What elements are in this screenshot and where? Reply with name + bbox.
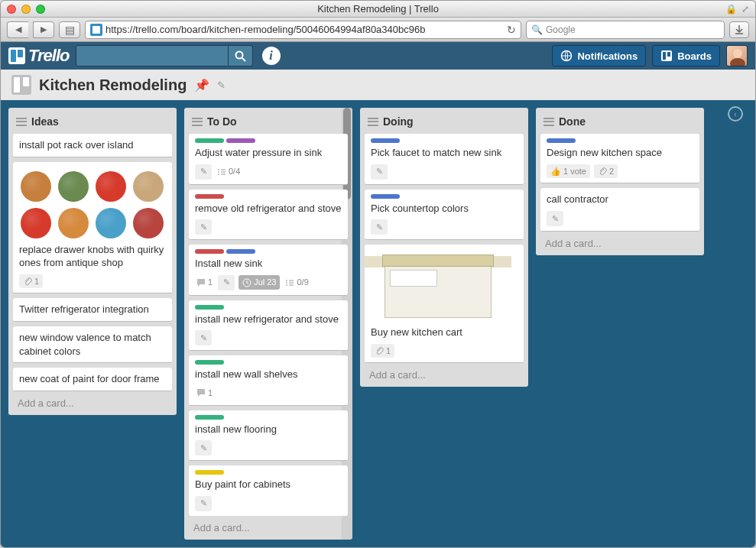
attachments-badge: 1 <box>19 274 43 289</box>
list-menu-icon <box>16 118 27 126</box>
description-badge: ✎ <box>371 219 388 235</box>
card-title: install new refrigerator and stove <box>195 313 342 326</box>
trello-logo-icon <box>8 47 25 64</box>
add-card-button[interactable]: Add a card... <box>540 232 699 251</box>
label-blue <box>371 138 400 143</box>
card[interactable]: Twitter refrigerator integration <box>13 298 172 322</box>
back-button[interactable]: ◀ <box>7 21 28 38</box>
cards-container: Design new kitchen space👍1 vote2call con… <box>540 134 699 232</box>
description-badge: ✎ <box>195 496 212 511</box>
zoom-window-button[interactable] <box>36 5 45 14</box>
close-window-button[interactable] <box>7 5 16 14</box>
browser-search[interactable]: 🔍 Google <box>526 21 725 39</box>
card[interactable]: install new wall shelves1 <box>189 355 348 405</box>
minimize-window-button[interactable] <box>21 5 31 14</box>
card-badges: 1✎Jul 230/9 <box>195 275 342 290</box>
svg-rect-3 <box>663 52 666 60</box>
list: DoneDesign new kitchen space👍1 vote2call… <box>536 108 704 255</box>
card-badges: ✎0/4 <box>195 164 342 180</box>
browser-toolbar: ◀ ▶ ▤ https://trello.com/board/kitchen-r… <box>1 18 755 42</box>
card[interactable]: Buy new kitchen cart1 <box>365 245 524 363</box>
label-red <box>195 249 224 254</box>
window-controls <box>7 5 45 14</box>
checklist-badge: 0/9 <box>284 275 310 290</box>
label-green <box>195 415 224 420</box>
card-labels <box>371 194 518 199</box>
board-canvas[interactable]: Ideasinstall pot rack over islandreplace… <box>1 100 755 547</box>
card-title: Adjust water pressure in sink <box>195 146 342 160</box>
card-badges: ✎ <box>371 219 518 235</box>
add-card-button[interactable]: Add a card... <box>365 363 524 382</box>
card[interactable]: install new flooring✎ <box>189 410 348 462</box>
forward-button[interactable]: ▶ <box>33 21 54 38</box>
search-placeholder: Google <box>546 24 576 35</box>
notifications-button[interactable]: Notifications <box>552 45 646 66</box>
card-title: remove old refrigerator and stove <box>195 202 342 216</box>
bookmarks-button[interactable]: ▤ <box>59 21 80 38</box>
due-date-badge: Jul 23 <box>238 275 280 290</box>
card[interactable]: Adjust water pressure in sink✎0/4 <box>189 134 348 185</box>
label-green <box>195 360 224 365</box>
list-header[interactable]: To Do <box>189 112 348 134</box>
list-header[interactable]: Done <box>540 112 699 134</box>
sidebar-toggle-button[interactable]: ‹ <box>728 106 743 122</box>
card[interactable]: new coat of paint for door frame <box>13 368 172 391</box>
card[interactable]: install new refrigerator and stove✎ <box>189 300 348 352</box>
user-avatar[interactable] <box>726 45 748 66</box>
card[interactable]: call contractor✎ <box>540 188 699 232</box>
svg-point-0 <box>235 51 242 58</box>
lock-icon: 🔒 <box>725 4 737 15</box>
trello-logo[interactable]: Trello <box>8 46 70 66</box>
list: DoingPick faucet to match new sink✎Pick … <box>360 108 528 387</box>
list-title: Done <box>559 115 586 128</box>
card[interactable]: Install new sink1✎Jul 230/9 <box>189 245 348 296</box>
downloads-button[interactable] <box>729 21 749 38</box>
url-bar[interactable]: https://trello.com/board/kitchen-remodel… <box>85 21 521 39</box>
card[interactable]: Pick faucet to match new sink✎ <box>365 134 524 185</box>
card[interactable]: Buy paint for cabinets✎ <box>189 465 348 516</box>
cards-container: install pot rack over islandreplace draw… <box>13 134 172 391</box>
expand-icon: ⤢ <box>741 4 749 15</box>
card[interactable]: replace drawer knobs with quirky ones fr… <box>13 162 172 294</box>
card[interactable]: new window valence to match cabinet colo… <box>13 326 172 363</box>
search-button[interactable] <box>229 45 253 66</box>
add-card-button[interactable]: Add a card... <box>189 516 348 535</box>
card-badges: ✎ <box>195 496 342 511</box>
description-badge: ✎ <box>547 211 563 226</box>
card-title: new coat of paint for door frame <box>19 372 166 386</box>
knob-icon <box>133 171 164 202</box>
board-icon <box>11 75 31 95</box>
reload-button[interactable]: ↻ <box>507 24 516 36</box>
card-cover-image <box>19 167 166 243</box>
label-purple <box>226 138 255 143</box>
header-search <box>76 45 253 66</box>
card-title: Design new kitchen space <box>547 146 693 160</box>
list-header[interactable]: Doing <box>365 112 524 134</box>
board-title[interactable]: Kitchen Remodeling <box>39 76 187 94</box>
card-cover-image <box>365 245 511 321</box>
knob-icon <box>21 171 51 202</box>
search-input[interactable] <box>76 45 229 66</box>
card-labels <box>371 138 518 143</box>
info-button[interactable]: i <box>262 47 281 65</box>
card-title: Buy new kitchen cart <box>371 326 518 339</box>
card[interactable]: Design new kitchen space👍1 vote2 <box>540 134 699 183</box>
boards-label: Boards <box>677 50 712 62</box>
card-labels <box>195 305 342 310</box>
card[interactable]: remove old refrigerator and stove✎ <box>189 190 348 241</box>
list-header[interactable]: Ideas <box>13 112 172 134</box>
card-badges: ✎ <box>371 164 518 180</box>
label-blue <box>371 194 400 199</box>
card-title: Pick countertop colors <box>371 202 518 216</box>
edit-board-icon[interactable]: ✎ <box>217 79 226 91</box>
card[interactable]: install pot rack over island <box>13 134 172 157</box>
app-header: Trello i Notifications Boards <box>1 42 755 70</box>
boards-button[interactable]: Boards <box>652 45 720 66</box>
star-icon[interactable]: 📌 <box>194 78 209 92</box>
card[interactable]: Pick countertop colors✎ <box>365 190 524 241</box>
add-card-button[interactable]: Add a card... <box>13 391 172 410</box>
knob-icon <box>96 208 126 238</box>
card-title: install new wall shelves <box>195 368 342 381</box>
card-labels <box>195 138 342 143</box>
card-badges: 1 <box>371 344 518 358</box>
